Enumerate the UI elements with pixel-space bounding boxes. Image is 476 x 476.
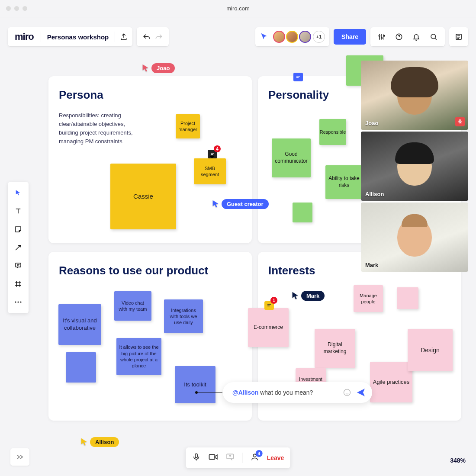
comment-count-badge: 1	[270, 297, 277, 304]
sticky-toolkit[interactable]: Its toolkit	[175, 366, 215, 403]
sticky-empty[interactable]	[293, 203, 312, 222]
expand-panel-icon[interactable]	[10, 448, 29, 466]
svg-point-9	[20, 301, 21, 302]
left-toolbar	[8, 182, 29, 313]
cursor-guest-creator: Guest creator	[211, 199, 269, 209]
cursor-label: Joao	[151, 63, 175, 73]
bottom-call-bar: 4 Leave	[186, 447, 290, 468]
comment-text: @Allison what do you mean?	[232, 389, 338, 396]
export-icon[interactable]	[115, 33, 132, 41]
sticky-good-communicator[interactable]: Good communicator	[272, 138, 311, 177]
address-bar: miro.com	[0, 5, 476, 12]
settings-icon[interactable]	[375, 33, 389, 41]
microphone-icon[interactable]	[192, 453, 201, 463]
more-collaborators[interactable]: +1	[313, 31, 325, 43]
top-icons	[370, 27, 445, 46]
activity-panel-icon[interactable]	[449, 27, 468, 46]
svg-rect-12	[209, 455, 215, 460]
video-name: Mark	[365, 262, 378, 268]
video-tile-mark[interactable]: Mark	[361, 203, 468, 272]
sticky-cassie[interactable]: Cassie	[110, 164, 176, 229]
history-controls	[137, 27, 169, 46]
sticky-empty[interactable]	[66, 352, 96, 383]
sticky-integrations[interactable]: Integrations with tools we use daily	[164, 299, 203, 333]
help-icon[interactable]	[392, 33, 406, 41]
camera-icon[interactable]	[209, 453, 218, 463]
collaborator-avatar[interactable]	[299, 31, 311, 43]
comment-tool[interactable]	[10, 258, 26, 273]
sticky-digital-marketing[interactable]: Digital marketing	[315, 329, 355, 368]
cursor-mark: Mark	[291, 291, 325, 301]
video-tile-allison[interactable]: Allison	[361, 132, 468, 201]
sticky-smb-segment[interactable]: SMB segment	[194, 158, 226, 184]
miro-logo[interactable]: miro	[8, 31, 41, 42]
sticky-manage-people[interactable]: Manage people	[354, 285, 383, 312]
cursor-label: Guest creator	[222, 199, 269, 209]
svg-point-2	[383, 35, 385, 36]
undo-button[interactable]	[143, 34, 151, 40]
sticky-design[interactable]: Design	[408, 329, 453, 371]
screenshare-icon[interactable]	[226, 453, 235, 463]
svg-point-8	[17, 301, 19, 302]
participants-icon[interactable]: 4	[251, 453, 259, 463]
video-name: Joao	[365, 120, 378, 126]
comment-indicator-icon[interactable]: 4	[208, 150, 217, 158]
search-icon[interactable]	[427, 33, 441, 41]
redo-button[interactable]	[155, 34, 163, 40]
sticky-video-chat[interactable]: Video chat with my team	[114, 291, 151, 321]
collaborator-avatar[interactable]	[273, 31, 285, 43]
video-name: Allison	[365, 191, 384, 197]
sticky-agile-practices[interactable]: Agile practices	[370, 362, 412, 402]
sticky-big-picture[interactable]: It allows to see the big picture of the …	[116, 338, 161, 375]
sticky-empty[interactable]	[397, 287, 418, 309]
video-tile-joao[interactable]: Joao	[361, 61, 468, 130]
sticky-ability-to-take-risks[interactable]: Ability to take risks	[325, 165, 363, 199]
cursor-pointer-icon	[260, 32, 268, 41]
svg-point-1	[381, 38, 383, 39]
board-title[interactable]: Personas workshop	[41, 33, 115, 41]
browser-chrome: miro.com	[0, 0, 476, 17]
comment-indicator-icon[interactable]: 1	[264, 301, 274, 310]
board-header: miro Personas workshop	[8, 27, 132, 46]
share-button[interactable]: Share	[334, 29, 366, 45]
zoom-level[interactable]: 348%	[450, 457, 466, 464]
emoji-icon[interactable]	[343, 388, 351, 397]
collaborator-avatar[interactable]	[286, 31, 298, 43]
sticky-project-manager[interactable]: Project manager	[176, 114, 200, 138]
leave-button[interactable]: Leave	[267, 454, 284, 461]
svg-point-10	[344, 389, 351, 396]
cursor-label: Mark	[301, 291, 325, 301]
more-tools[interactable]	[10, 294, 26, 310]
sticky-ecommerce[interactable]: E-commerce	[248, 308, 289, 347]
svg-point-4	[431, 34, 436, 39]
select-tool[interactable]	[10, 185, 26, 201]
comment-indicator-icon[interactable]	[293, 73, 303, 81]
panel-title: Persona	[59, 88, 241, 102]
sticky-responsible[interactable]: Responsible	[319, 119, 346, 145]
cursor-joao: Joao	[141, 63, 175, 73]
svg-point-7	[15, 301, 16, 302]
panel-description: Responsibilities: creating clear/attaina…	[59, 111, 135, 146]
collaborators: +1	[255, 27, 329, 46]
video-call-panel: Joao Allison Mark	[361, 61, 468, 272]
sticky-visual-collaborative[interactable]: It's visual and collaborative	[58, 304, 101, 345]
text-tool[interactable]	[10, 203, 26, 219]
frame-tool[interactable]	[10, 276, 26, 292]
svg-rect-11	[195, 454, 197, 458]
comment-leader-line	[196, 392, 222, 392]
panel-title: Reasons to use our product	[59, 264, 241, 277]
participant-count-badge: 4	[256, 450, 263, 457]
notifications-icon[interactable]	[409, 33, 423, 41]
cursor-label: Allison	[90, 437, 119, 447]
arrow-tool[interactable]	[10, 240, 26, 255]
mic-muted-icon[interactable]	[455, 117, 465, 126]
cursor-allison: Allison	[80, 437, 119, 447]
comment-count-badge: 4	[214, 145, 221, 152]
comment-input[interactable]: @Allison what do you mean?	[223, 382, 372, 403]
svg-point-0	[379, 35, 380, 36]
sticky-note-tool[interactable]	[10, 222, 26, 237]
send-icon[interactable]	[356, 387, 366, 398]
